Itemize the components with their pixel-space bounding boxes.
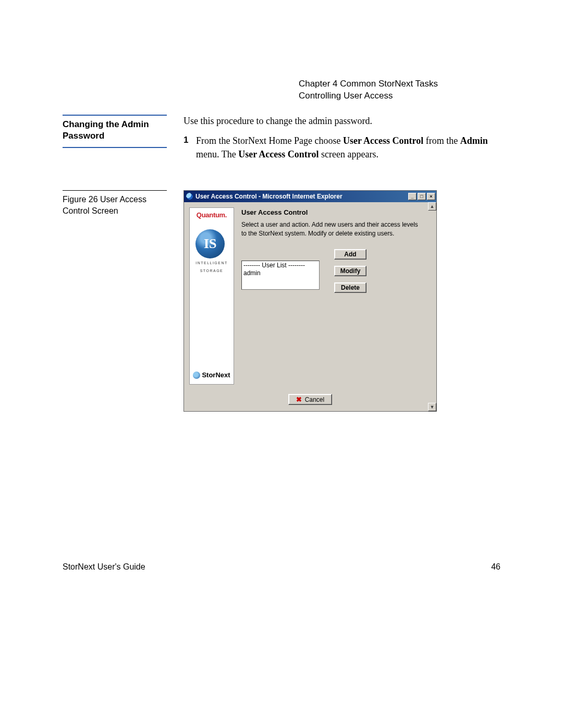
is-sub-2: STORAGE xyxy=(195,268,228,274)
close-button[interactable]: × xyxy=(427,193,435,200)
ie-icon xyxy=(186,193,193,200)
intro-text: Use this procedure to change the admin p… xyxy=(183,115,500,128)
chapter-label: Chapter 4 Common StorNext Tasks xyxy=(299,78,438,90)
section-heading: Changing the Admin Password xyxy=(63,115,167,148)
maximize-button[interactable]: □ xyxy=(418,193,426,200)
window-titlebar[interactable]: User Access Control - Microsoft Internet… xyxy=(184,191,436,202)
user-list[interactable]: -------- User List -------- admin xyxy=(241,261,320,290)
quantum-logo: Quantum. xyxy=(197,211,227,219)
cancel-label: Cancel xyxy=(305,396,324,403)
is-logo-block: IS INTELLIGENT STORAGE xyxy=(195,229,228,274)
cancel-button[interactable]: ✖ Cancel xyxy=(288,394,332,405)
delete-button[interactable]: Delete xyxy=(334,282,366,293)
scroll-up-button[interactable]: ▲ xyxy=(428,202,436,211)
page-header: Chapter 4 Common StorNext Tasks Controll… xyxy=(299,78,438,102)
modify-button[interactable]: Modify xyxy=(334,266,366,276)
user-list-header: -------- User List -------- xyxy=(243,262,317,270)
panel-description: Select a user and action. Add new users … xyxy=(241,220,425,237)
ie-window: User Access Control - Microsoft Internet… xyxy=(183,190,437,412)
step-1: 1 From the StorNext Home Page choose Use… xyxy=(183,134,500,161)
page-footer: StorNext User's Guide 46 xyxy=(63,562,500,572)
add-button[interactable]: Add xyxy=(334,249,366,260)
cancel-x-icon: ✖ xyxy=(296,396,302,403)
stornext-logo: StorNext xyxy=(193,371,230,379)
is-badge-icon: IS xyxy=(195,229,225,258)
figure-caption: Figure 26 User Access Control Screen xyxy=(63,190,167,216)
scroll-down-button[interactable]: ▼ xyxy=(428,403,436,411)
footer-left: StorNext User's Guide xyxy=(63,562,145,572)
stornext-label: StorNext xyxy=(202,371,230,379)
panel-heading: User Access Control xyxy=(241,208,425,216)
user-list-item-admin[interactable]: admin xyxy=(243,269,317,278)
window-sidebar: Quantum. IS INTELLIGENT STORAGE StorNext xyxy=(189,207,234,385)
step-number: 1 xyxy=(183,134,188,147)
section-label: Controlling User Access xyxy=(299,90,438,102)
minimize-button[interactable]: _ xyxy=(408,193,417,200)
is-sub-1: INTELLIGENT xyxy=(195,261,228,266)
footer-right: 46 xyxy=(491,562,500,572)
stornext-icon xyxy=(193,372,200,379)
window-title: User Access Control - Microsoft Internet… xyxy=(195,193,408,200)
